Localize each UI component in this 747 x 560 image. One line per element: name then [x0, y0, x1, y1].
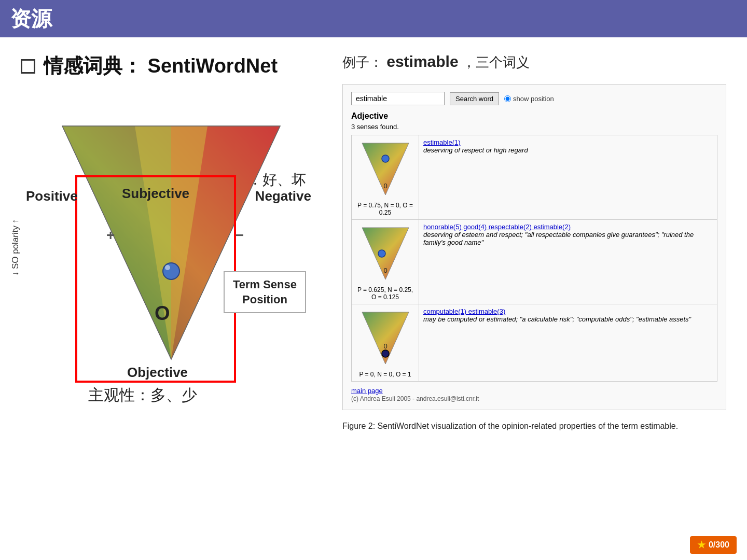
- plus-label: +: [106, 227, 115, 244]
- svg-point-5: [163, 263, 179, 279]
- swn-desc-cell-1: estimable(1) deserving of respect or hig…: [419, 135, 717, 220]
- swn-score-3: P = 0, N = 0, O = 1: [356, 371, 414, 378]
- label-negative: Negative: [255, 188, 311, 204]
- swn-image-cell-1: 0 P = 0.75, N = 0, O = 0.25: [352, 135, 419, 220]
- swn-search-button[interactable]: Search word: [450, 92, 499, 105]
- swn-widget: Search word show position Adjective 3 se…: [342, 84, 726, 410]
- swn-radio-text: show position: [513, 95, 554, 103]
- swn-desc-2: deserving of esteem and respect; "all re…: [423, 231, 713, 246]
- right-panel: 例子： estimable ，三个词义 Search word show pos…: [342, 53, 726, 550]
- swn-search-row: Search word show position: [351, 92, 717, 105]
- term-sense-position-box: Term SensePosition: [224, 271, 306, 313]
- svg-text:0: 0: [383, 182, 387, 190]
- diagram-container: ↓ SO polarity ↑ ← PN polarity → 极性：好、坏: [26, 90, 316, 411]
- main-content: 情感词典： SentiWordNet ↓ SO polarity ↑ ← PN …: [0, 37, 747, 560]
- table-row: 0 P = 0.75, N = 0, O = 0.25 estimable(1)…: [352, 135, 717, 220]
- swn-pos-title: Adjective: [351, 111, 717, 121]
- page-title: 资源: [10, 5, 52, 33]
- label-positive: Positive: [26, 188, 78, 204]
- svg-point-8: [382, 155, 389, 162]
- table-row: 0 P = 0, N = 0, O = 1 computable(1) esti…: [352, 304, 717, 382]
- so-polarity-arrow-down: ↓: [10, 272, 21, 276]
- section-title-text: 情感词典： SentiWordNet: [44, 53, 278, 79]
- swn-desc-cell-3: computable(1) estimable(3) may be comput…: [419, 304, 717, 382]
- left-panel: 情感词典： SentiWordNet ↓ SO polarity ↑ ← PN …: [21, 53, 322, 550]
- header: 资源: [0, 0, 747, 37]
- swn-footer-copy: (c) Andrea Esuli 2005 - andrea.esuli@ist…: [351, 395, 479, 402]
- so-polarity-label: ↓ SO polarity ↑: [10, 219, 21, 276]
- mini-triangle-3: 0: [356, 307, 414, 369]
- example-prefix: 例子：: [342, 54, 383, 70]
- swn-main-page-link[interactable]: main page: [351, 387, 383, 395]
- mini-triangle-2: 0: [356, 223, 414, 284]
- swn-link-3[interactable]: computable(1) estimable(3): [423, 307, 505, 315]
- checkbox-icon[interactable]: [21, 59, 35, 74]
- svg-point-14: [382, 350, 389, 357]
- swn-senses-found: 3 senses found.: [351, 123, 717, 131]
- minus-label: −: [236, 227, 244, 244]
- main-triangle-svg: [57, 105, 285, 375]
- swn-desc-1: deserving of respect or high regard: [423, 146, 713, 154]
- label-o: O: [155, 302, 170, 325]
- swn-link-1[interactable]: estimable(1): [423, 138, 461, 146]
- example-title: 例子： estimable ，三个词义: [342, 53, 726, 72]
- swn-desc-cell-2: honorable(5) good(4) respectable(2) esti…: [419, 220, 717, 304]
- label-subjective: Subjective: [122, 186, 189, 202]
- swn-radio-input[interactable]: [504, 95, 511, 102]
- swn-desc-3: may be computed or estimated; "a calcula…: [423, 315, 713, 323]
- bottom-badge: ★ 0/300: [690, 536, 737, 554]
- svg-point-11: [378, 250, 385, 257]
- swn-senses-table: 0 P = 0.75, N = 0, O = 0.25 estimable(1)…: [351, 135, 717, 382]
- swn-image-cell-2: 0 P = 0.625, N = 0.25, O = 0.125: [352, 220, 419, 304]
- svg-point-6: [165, 265, 170, 270]
- badge-page: 0/300: [709, 540, 729, 550]
- label-objective: Objective: [127, 365, 188, 381]
- figure-caption-text: Figure 2: SentiWordNet visualization of …: [342, 422, 678, 430]
- swn-radio-label[interactable]: show position: [504, 95, 554, 103]
- svg-text:0: 0: [383, 342, 387, 350]
- section-title-row: 情感词典： SentiWordNet: [21, 53, 322, 79]
- example-suffix: ，三个词义: [462, 54, 530, 70]
- badge-star: ★: [697, 539, 706, 551]
- swn-score-2: P = 0.625, N = 0.25, O = 0.125: [356, 286, 414, 301]
- swn-score-1: P = 0.75, N = 0, O = 0.25: [356, 202, 414, 216]
- swn-search-input[interactable]: [351, 92, 445, 105]
- figure-caption: Figure 2: SentiWordNet visualization of …: [342, 422, 726, 431]
- swn-footer: main page (c) Andrea Esuli 2005 - andrea…: [351, 387, 717, 402]
- swn-link-2[interactable]: honorable(5) good(4) respectable(2) esti…: [423, 223, 571, 231]
- so-polarity-arrow-up: ↑: [10, 219, 21, 224]
- table-row: 0 P = 0.625, N = 0.25, O = 0.125 honorab…: [352, 220, 717, 304]
- example-word: estimable: [386, 53, 458, 70]
- svg-text:0: 0: [383, 267, 387, 274]
- mini-triangle-1: 0: [356, 138, 414, 200]
- swn-image-cell-3: 0 P = 0, N = 0, O = 1: [352, 304, 419, 382]
- term-sense-position-text: Term SensePosition: [233, 278, 297, 306]
- subjectivity-label: 主观性：多、少: [88, 385, 197, 406]
